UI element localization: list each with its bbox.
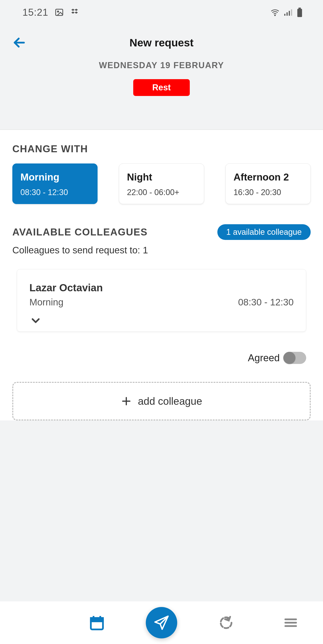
image-icon: [54, 8, 64, 17]
shift-name: Night: [127, 172, 196, 183]
shift-time: 08:30 - 12:30: [20, 188, 90, 197]
svg-rect-13: [91, 618, 103, 621]
nav-menu[interactable]: [282, 615, 299, 631]
shift-name: Afternoon 2: [234, 172, 302, 183]
page-title: New request: [130, 36, 193, 49]
status-bar: 15:21: [0, 0, 323, 25]
page-header: New request: [0, 25, 323, 54]
date-label: WEDNESDAY 19 FEBRUARY: [0, 54, 323, 72]
current-shift-badge: Rest: [133, 79, 190, 96]
colleague-card[interactable]: Lazar Octavian Morning 08:30 - 12:30: [17, 269, 306, 332]
shift-time: 16:30 - 20:30: [234, 188, 302, 197]
signal-icon: [284, 8, 292, 17]
shift-card-night[interactable]: Night 22:00 - 06:00+: [119, 164, 204, 204]
colleague-time: 08:30 - 12:30: [238, 297, 294, 308]
back-button[interactable]: [12, 36, 26, 50]
add-colleague-button[interactable]: add colleague: [12, 382, 311, 420]
shift-options: Morning 08:30 - 12:30 Night 22:00 - 06:0…: [12, 164, 311, 204]
svg-rect-0: [56, 9, 63, 16]
send-to-count: Colleagues to send request to: 1: [12, 245, 311, 256]
dropbox-icon: [70, 8, 80, 17]
agreed-toggle[interactable]: [284, 352, 306, 364]
svg-rect-7: [298, 8, 301, 9]
svg-rect-5: [289, 11, 290, 16]
add-colleague-label: add colleague: [138, 395, 202, 407]
svg-rect-6: [291, 10, 292, 16]
battery-icon: [296, 8, 303, 17]
plus-icon: [121, 396, 132, 406]
svg-point-2: [274, 15, 275, 16]
shift-card-morning[interactable]: Morning 08:30 - 12:30: [12, 164, 98, 204]
available-count-pill[interactable]: 1 available colleague: [217, 224, 311, 240]
toggle-knob: [283, 352, 296, 364]
bottom-nav: [0, 602, 323, 644]
status-time: 15:21: [22, 7, 48, 18]
nav-refresh[interactable]: [218, 615, 234, 631]
shift-time: 22:00 - 06:00+: [127, 188, 196, 197]
svg-rect-4: [286, 12, 288, 16]
colleague-shift: Morning: [30, 297, 64, 308]
svg-rect-8: [298, 9, 302, 17]
svg-point-1: [58, 11, 59, 12]
agreed-label: Agreed: [248, 352, 280, 364]
colleague-name: Lazar Octavian: [30, 282, 294, 294]
change-with-label: CHANGE WITH: [12, 143, 311, 154]
svg-rect-3: [284, 14, 285, 16]
available-colleagues-label: AVAILABLE COLLEAGUES: [12, 226, 148, 238]
shift-card-afternoon[interactable]: Afternoon 2 16:30 - 20:30: [226, 164, 311, 204]
nav-send-fab[interactable]: [146, 607, 177, 638]
shift-name: Morning: [20, 172, 90, 183]
nav-calendar[interactable]: [89, 615, 105, 631]
expand-colleague[interactable]: [30, 308, 294, 327]
wifi-icon: [270, 8, 280, 17]
